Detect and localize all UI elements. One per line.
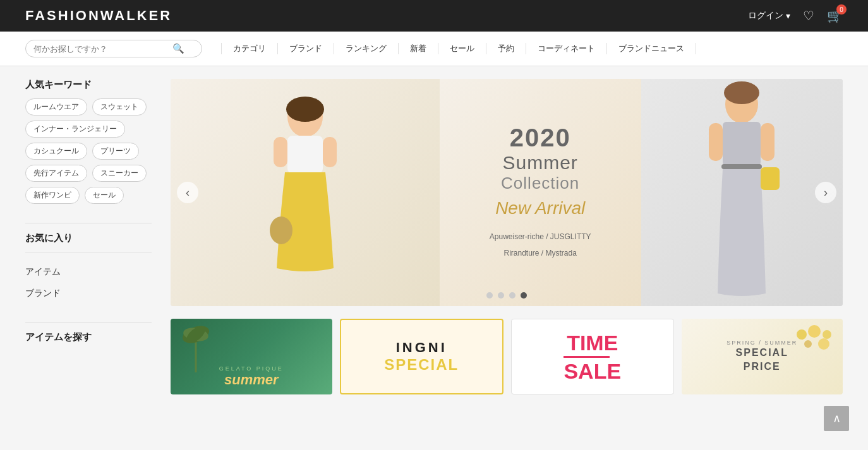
keyword-tags: ルームウエア スウェット インナー・ランジェリー カシュクール プリーツ 先行ア… xyxy=(25,98,152,204)
carousel-slide: 2020 Summer Collection New Arrival Apuwe… xyxy=(171,79,843,306)
sidebar-divider-3 xyxy=(25,322,152,323)
banner-special-price[interactable]: SPRING / SUMMER SPECIALPRICE xyxy=(682,319,843,394)
scroll-to-top-button[interactable]: ∧ xyxy=(824,406,849,407)
site-header: FASHIONWALKER ログイン ▾ ♡ 🛒 0 xyxy=(0,0,868,32)
nav-new[interactable]: 新着 xyxy=(399,43,438,54)
banner-time-sale[interactable]: TIME SALE xyxy=(511,319,674,394)
timesale-time-label: TIME xyxy=(564,332,621,353)
search-input[interactable] xyxy=(33,44,172,54)
gelato-text-area: GELATO PIQUE summer xyxy=(219,365,284,388)
search-button[interactable]: 🔍 xyxy=(172,43,184,54)
wishlist-button[interactable]: ♡ xyxy=(803,8,814,23)
site-logo: FASHIONWALKER xyxy=(25,8,172,24)
sidebar-divider-2 xyxy=(25,252,152,252)
svg-rect-4 xyxy=(323,137,337,167)
svg-point-5 xyxy=(270,216,292,244)
keyword-tag[interactable]: プリーツ xyxy=(92,143,139,160)
carousel-dot-4[interactable] xyxy=(521,292,527,299)
svg-point-20 xyxy=(804,340,812,348)
login-label: ログイン xyxy=(748,10,783,21)
carousel-prev-button[interactable]: ‹ xyxy=(177,182,198,203)
keyword-tag[interactable]: ルームウエア xyxy=(25,98,87,115)
svg-rect-9 xyxy=(721,164,762,169)
carousel-dot-2[interactable] xyxy=(498,292,504,299)
keyword-tag[interactable]: セール xyxy=(85,187,124,204)
model-left-svg xyxy=(242,92,368,306)
nav-brand[interactable]: ブランド xyxy=(278,43,334,54)
svg-point-18 xyxy=(808,325,821,338)
ingni-special-label: SPECIAL xyxy=(384,356,459,374)
favorites-items-link[interactable]: アイテム xyxy=(25,261,152,283)
keyword-tag[interactable]: カシュクール xyxy=(25,143,87,160)
svg-rect-2 xyxy=(287,136,323,174)
svg-point-1 xyxy=(286,97,324,122)
carousel-left-model xyxy=(171,79,440,306)
keyword-tag[interactable]: 新作ワンピ xyxy=(25,187,80,204)
favorites-brands-link[interactable]: ブランド xyxy=(25,283,152,304)
special-season-label: SPRING / SUMMER xyxy=(726,340,797,346)
timesale-text-area: TIME SALE xyxy=(564,332,621,382)
popular-keywords-title: 人気キーワード xyxy=(25,79,152,91)
ingni-text-area: INGNI SPECIAL xyxy=(384,340,459,374)
nav-sale[interactable]: セール xyxy=(438,43,486,54)
nav-links: カテゴリ ブランド ランキング 新着 セール 予約 コーディネート ブランドニュ… xyxy=(221,43,696,54)
svg-rect-3 xyxy=(274,137,287,167)
svg-point-21 xyxy=(818,338,829,350)
header-right: ログイン ▾ ♡ 🛒 0 xyxy=(748,8,843,23)
cart-button[interactable]: 🛒 0 xyxy=(827,8,843,23)
svg-point-17 xyxy=(797,329,807,340)
special-price-label: SPECIALPRICE xyxy=(726,346,797,374)
favorites-title: お気に入り xyxy=(25,232,152,244)
svg-rect-8 xyxy=(723,122,761,166)
nav-reservation[interactable]: 予約 xyxy=(486,43,526,54)
find-item-title: アイテムを探す xyxy=(25,331,152,343)
carousel-brands: Apuweiser-riche / JUSGLITTYRirandture / … xyxy=(490,228,591,262)
carousel-dot-3[interactable] xyxy=(509,292,515,299)
right-content: 2020 Summer Collection New Arrival Apuwe… xyxy=(171,79,843,394)
nav-category[interactable]: カテゴリ xyxy=(221,43,278,54)
keyword-tag[interactable]: スウェット xyxy=(92,98,147,115)
carousel-next-button[interactable]: › xyxy=(815,182,836,203)
sidebar: 人気キーワード ルームウエア スウェット インナー・ランジェリー カシュクール … xyxy=(25,79,152,394)
timesale-divider xyxy=(564,356,610,358)
gelato-brand-label: GELATO PIQUE xyxy=(219,365,284,372)
carousel-year: 2020 xyxy=(510,124,571,152)
carousel-right-model xyxy=(641,79,843,306)
gelato-season-label: summer xyxy=(219,372,284,388)
chevron-down-icon: ▾ xyxy=(786,11,790,21)
carousel-new-arrival: New Arrival xyxy=(495,198,585,218)
nav-coordinate[interactable]: コーディネート xyxy=(526,43,607,54)
keyword-tag[interactable]: スニーカー xyxy=(92,165,147,182)
banner-row: GELATO PIQUE summer INGNI SPECIAL TIME S… xyxy=(171,319,843,394)
banner-gelato-pique[interactable]: GELATO PIQUE summer xyxy=(171,319,332,394)
svg-rect-12 xyxy=(761,167,780,190)
carousel-collection: Collection xyxy=(501,174,579,193)
palm-tree-icon xyxy=(177,322,215,372)
carousel-season: Summer xyxy=(503,152,578,174)
carousel-dot-1[interactable] xyxy=(486,292,493,299)
timesale-sale-label: SALE xyxy=(564,360,621,382)
svg-rect-11 xyxy=(761,123,775,161)
nav-brand-news[interactable]: ブランドニュース xyxy=(607,43,696,54)
login-button[interactable]: ログイン ▾ xyxy=(748,10,790,21)
carousel-center-text: 2020 Summer Collection New Arrival Apuwe… xyxy=(440,79,641,306)
keyword-tag[interactable]: 先行アイテム xyxy=(25,165,87,182)
svg-point-7 xyxy=(724,81,759,104)
svg-rect-10 xyxy=(709,123,723,161)
nav-ranking[interactable]: ランキング xyxy=(334,43,399,54)
sidebar-divider xyxy=(25,223,152,223)
navbar: 🔍 カテゴリ ブランド ランキング 新着 セール 予約 コーディネート ブランド… xyxy=(0,32,868,66)
svg-point-19 xyxy=(823,330,831,339)
search-box: 🔍 xyxy=(25,40,202,57)
carousel: 2020 Summer Collection New Arrival Apuwe… xyxy=(171,79,843,306)
cart-badge: 0 xyxy=(836,4,847,15)
model-right-svg xyxy=(678,79,805,306)
keyword-tag[interactable]: インナー・ランジェリー xyxy=(25,121,125,138)
banner-ingni[interactable]: INGNI SPECIAL xyxy=(340,319,504,394)
special-text-area: SPRING / SUMMER SPECIALPRICE xyxy=(726,340,797,374)
ingni-brand-name: INGNI xyxy=(384,340,459,356)
main-content: 人気キーワード ルームウエア スウェット インナー・ランジェリー カシュクール … xyxy=(0,66,868,407)
carousel-dots xyxy=(486,292,527,299)
